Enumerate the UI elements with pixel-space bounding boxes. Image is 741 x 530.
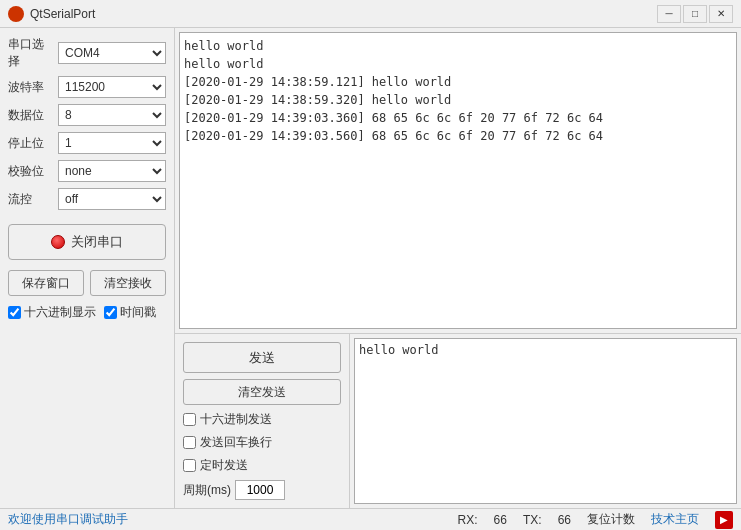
data-select[interactable]: 8 <box>58 104 166 126</box>
stop-select[interactable]: 1 <box>58 132 166 154</box>
timed-send-checkbox[interactable] <box>183 459 196 472</box>
port-row: 串口选择 COM4 <box>8 36 166 70</box>
port-select[interactable]: COM4 <box>58 42 166 64</box>
tx-label: TX: <box>523 513 542 527</box>
display-options: 十六进制显示 时间戳 <box>8 304 166 321</box>
data-row: 数据位 8 <box>8 104 166 126</box>
close-button[interactable]: ✕ <box>709 5 733 23</box>
hex-display-checkbox[interactable] <box>8 306 21 319</box>
flow-row: 流控 off <box>8 188 166 210</box>
parity-label: 校验位 <box>8 163 54 180</box>
clear-send-button[interactable]: 清空发送 <box>183 379 341 405</box>
data-label: 数据位 <box>8 107 54 124</box>
baud-row: 波特率 115200 <box>8 76 166 98</box>
left-panel: 串口选择 COM4 波特率 115200 数据位 8 停止位 1 校验位 <box>0 28 175 508</box>
timed-send-label: 定时发送 <box>200 457 248 474</box>
parity-row: 校验位 none <box>8 160 166 182</box>
stop-label: 停止位 <box>8 135 54 152</box>
send-left-panel: 发送 清空发送 十六进制发送 发送回车换行 定时发送 周期(ms) <box>175 334 350 508</box>
rx-value: 66 <box>494 513 507 527</box>
port-label: 串口选择 <box>8 36 54 70</box>
receive-area: hello world hello world [2020-01-29 14:3… <box>179 32 737 329</box>
reset-count-button[interactable]: 复位计数 <box>587 511 635 528</box>
baud-label: 波特率 <box>8 79 54 96</box>
send-textarea[interactable] <box>354 338 737 504</box>
bottom-buttons: 保存窗口 清空接收 <box>8 270 166 296</box>
baud-select[interactable]: 115200 <box>58 76 166 98</box>
hex-send-option: 十六进制发送 <box>183 411 341 428</box>
hex-send-label: 十六进制发送 <box>200 411 272 428</box>
crlf-checkbox[interactable] <box>183 436 196 449</box>
send-section: 发送 清空发送 十六进制发送 发送回车换行 定时发送 周期(ms) <box>175 333 741 508</box>
timestamp-checkbox[interactable] <box>104 306 117 319</box>
main-container: 串口选择 COM4 波特率 115200 数据位 8 停止位 1 校验位 <box>0 28 741 508</box>
tech-link[interactable]: 技术主页 <box>651 511 699 528</box>
stop-row: 停止位 1 <box>8 132 166 154</box>
tx-value: 66 <box>558 513 571 527</box>
maximize-button[interactable]: □ <box>683 5 707 23</box>
period-label: 周期(ms) <box>183 482 231 499</box>
go-button[interactable]: ▶ <box>715 511 733 529</box>
timestamp-label: 时间戳 <box>120 304 156 321</box>
period-row: 周期(ms) <box>183 480 341 500</box>
window-controls: ─ □ ✕ <box>657 5 733 23</box>
right-panel: hello world hello world [2020-01-29 14:3… <box>175 28 741 508</box>
timestamp-option: 时间戳 <box>104 304 156 321</box>
period-input[interactable] <box>235 480 285 500</box>
clear-display-button[interactable]: 清空接收 <box>90 270 166 296</box>
flow-label: 流控 <box>8 191 54 208</box>
app-icon <box>8 6 24 22</box>
open-port-label: 关闭串口 <box>71 233 123 251</box>
hex-display-label: 十六进制显示 <box>24 304 96 321</box>
title-bar: QtSerialPort ─ □ ✕ <box>0 0 741 28</box>
send-button[interactable]: 发送 <box>183 342 341 373</box>
flow-select[interactable]: off <box>58 188 166 210</box>
status-bar: 欢迎使用串口调试助手 RX: 66 TX: 66 复位计数 技术主页 ▶ <box>0 508 741 530</box>
timed-send-option: 定时发送 <box>183 457 341 474</box>
hex-send-checkbox[interactable] <box>183 413 196 426</box>
app-title: QtSerialPort <box>30 7 95 21</box>
rx-label: RX: <box>458 513 478 527</box>
status-right: RX: 66 TX: 66 复位计数 技术主页 ▶ <box>458 511 733 529</box>
parity-select[interactable]: none <box>58 160 166 182</box>
crlf-label: 发送回车换行 <box>200 434 272 451</box>
port-status-indicator <box>51 235 65 249</box>
save-window-button[interactable]: 保存窗口 <box>8 270 84 296</box>
title-bar-left: QtSerialPort <box>8 6 95 22</box>
minimize-button[interactable]: ─ <box>657 5 681 23</box>
send-right-panel <box>350 334 741 508</box>
welcome-text: 欢迎使用串口调试助手 <box>8 511 442 528</box>
hex-display-option: 十六进制显示 <box>8 304 96 321</box>
crlf-option: 发送回车换行 <box>183 434 341 451</box>
open-port-button[interactable]: 关闭串口 <box>8 224 166 260</box>
